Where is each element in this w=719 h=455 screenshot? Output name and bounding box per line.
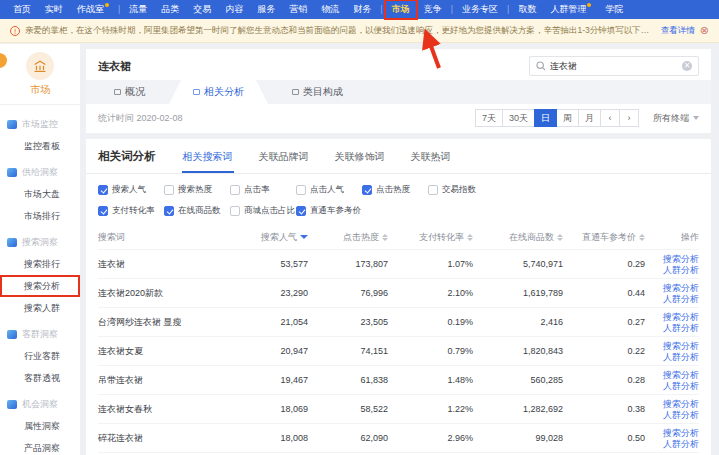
metric-checkbox-item[interactable]: 在线商品数: [164, 205, 230, 217]
sidebar-item[interactable]: 产品洞察: [0, 437, 80, 455]
notice-detail-link[interactable]: 查看详情: [661, 25, 695, 37]
date-range-label: ›: [628, 113, 631, 123]
checkbox-icon[interactable]: [296, 206, 306, 216]
table-column-header[interactable]: 支付转化率: [388, 231, 473, 244]
sidebar-item[interactable]: 供给洞察: [0, 161, 80, 183]
metric-checkbox-item[interactable]: 支付转化率: [98, 205, 164, 217]
search-analysis-link[interactable]: 搜索分析: [663, 399, 699, 409]
sidebar-item[interactable]: 搜索洞察: [0, 231, 80, 253]
checkbox-icon[interactable]: [98, 206, 108, 216]
clear-icon[interactable]: ✕: [682, 61, 692, 71]
sidebar-item[interactable]: 搜索排行: [0, 253, 80, 275]
checkbox-icon[interactable]: [164, 206, 174, 216]
search-input[interactable]: [550, 61, 678, 71]
word-type-tab[interactable]: 相关搜索词: [182, 150, 234, 173]
sidebar-item[interactable]: 搜索人群: [0, 297, 80, 319]
sidebar-item[interactable]: 市场排行: [0, 205, 80, 227]
checkbox-icon[interactable]: [428, 185, 438, 195]
crowd-analysis-link[interactable]: 人群分析: [663, 352, 699, 362]
date-range-button[interactable]: 30天: [502, 109, 535, 127]
sidebar-item[interactable]: 监控看板: [0, 135, 80, 157]
sidebar-item[interactable]: 行业客群: [0, 345, 80, 367]
metric-checkbox-item[interactable]: 点击率: [230, 184, 296, 196]
crowd-analysis-link[interactable]: 人群分析: [663, 381, 699, 391]
topnav-item[interactable]: 服务: [250, 0, 282, 19]
search-analysis-link[interactable]: 搜索分析: [663, 370, 699, 380]
search-analysis-link[interactable]: 搜索分析: [663, 312, 699, 322]
table-column-header[interactable]: 在线商品数: [473, 231, 563, 244]
topnav-item[interactable]: 业务专区: [455, 0, 505, 19]
crowd-analysis-link[interactable]: 人群分析: [663, 294, 699, 304]
checkbox-icon[interactable]: [98, 185, 108, 195]
word-type-tab[interactable]: 关联修饰词: [334, 150, 386, 173]
word-type-tab[interactable]: 关联品牌词: [258, 150, 310, 173]
checkbox-icon[interactable]: [362, 185, 372, 195]
topnav-item[interactable]: 品类: [154, 0, 186, 19]
sidebar-item[interactable]: 机会洞察: [0, 393, 80, 415]
table-column-header[interactable]: 搜索词: [98, 231, 228, 244]
metric-checkbox-item[interactable]: 直通车参考价: [296, 205, 362, 217]
table-column-header[interactable]: 点击热度: [308, 231, 388, 244]
topnav-item[interactable]: 营销: [282, 0, 314, 19]
date-range-button[interactable]: 7天: [475, 109, 503, 127]
column-label: 操作: [681, 231, 699, 244]
table-column-header[interactable]: 搜索人气: [228, 231, 308, 244]
date-range-button[interactable]: ‹: [600, 109, 620, 127]
sidebar-item[interactable]: 市场监控: [0, 113, 80, 135]
date-range-button[interactable]: 月: [578, 109, 601, 127]
topnav-item[interactable]: 财务: [346, 0, 378, 19]
checkbox-icon[interactable]: [230, 206, 240, 216]
metric-checkbox-item[interactable]: 点击热度: [362, 184, 428, 196]
crowd-analysis-link[interactable]: 人群分析: [663, 439, 699, 449]
crowd-analysis-link[interactable]: 人群分析: [663, 410, 699, 420]
sidebar-item[interactable]: 属性洞察: [0, 415, 80, 437]
metric-checkbox-item[interactable]: 点击人气: [296, 184, 362, 196]
online-items-cell: 1,619,789: [473, 288, 563, 298]
topnav-item[interactable]: 内容: [218, 0, 250, 19]
table-row: 连衣裙女夏 20,947 74,151 0.79% 1,820,843 0.22…: [98, 336, 699, 365]
checkbox-icon[interactable]: [230, 185, 240, 195]
metric-checkbox-item[interactable]: 商城点击占比: [230, 205, 296, 217]
search-analysis-link[interactable]: 搜索分析: [663, 283, 699, 293]
metric-checkbox-item[interactable]: 交易指数: [428, 184, 494, 196]
table-column-header[interactable]: 操作: [645, 231, 699, 244]
checkbox-icon[interactable]: [296, 185, 306, 195]
crowd-analysis-link[interactable]: 人群分析: [663, 265, 699, 275]
stats-toolbar: 统计时间 2020-02-08 7天 30天 日 周 月 ‹ ›: [86, 104, 711, 133]
topnav-item[interactable]: 竞争: [417, 0, 449, 19]
main-tab[interactable]: 类目构成: [268, 80, 367, 104]
terminal-dropdown[interactable]: 所有终端: [653, 112, 699, 125]
topnav-item[interactable]: 人群管理: [543, 0, 598, 19]
close-icon[interactable]: ⊗: [700, 24, 709, 37]
topnav-item[interactable]: 学院: [598, 0, 630, 19]
search-popularity-cell: 18,008: [228, 433, 308, 443]
topnav-item[interactable]: 首页: [6, 0, 38, 19]
crowd-analysis-link[interactable]: 人群分析: [663, 323, 699, 333]
date-range-button[interactable]: ›: [619, 109, 639, 127]
topnav-item[interactable]: 取数: [511, 0, 543, 19]
topnav-item[interactable]: 实时: [38, 0, 70, 19]
metric-checkbox-item[interactable]: 搜索热度: [164, 184, 230, 196]
topnav-item[interactable]: 作战室: [70, 0, 116, 19]
sidebar-item[interactable]: 客群洞察: [0, 323, 80, 345]
metric-checkbox-item[interactable]: 搜索人气: [98, 184, 164, 196]
search-analysis-link[interactable]: 搜索分析: [663, 428, 699, 438]
sidebar-item[interactable]: 市场大盘: [0, 183, 80, 205]
topnav-item[interactable]: 流量: [122, 0, 154, 19]
topnav-item[interactable]: 市场: [385, 0, 417, 19]
sidebar-item[interactable]: 搜索分析: [0, 275, 80, 297]
keyword-searchbox[interactable]: ✕: [529, 56, 699, 76]
checkbox-icon[interactable]: [164, 185, 174, 195]
topnav-item-label: 实时: [45, 0, 63, 19]
topnav-item[interactable]: 物流: [314, 0, 346, 19]
topnav-item[interactable]: 交易: [186, 0, 218, 19]
word-type-tab[interactable]: 关联热词: [410, 150, 452, 173]
date-range-button[interactable]: 周: [556, 109, 579, 127]
search-analysis-link[interactable]: 搜索分析: [663, 341, 699, 351]
sidebar-item[interactable]: 客群透视: [0, 367, 80, 389]
table-column-header[interactable]: 直通车参考价: [563, 231, 645, 244]
main-tab[interactable]: 概况: [90, 80, 169, 104]
search-analysis-link[interactable]: 搜索分析: [663, 254, 699, 264]
date-range-button[interactable]: 日: [534, 109, 557, 127]
main-tab[interactable]: 相关分析: [169, 80, 268, 104]
